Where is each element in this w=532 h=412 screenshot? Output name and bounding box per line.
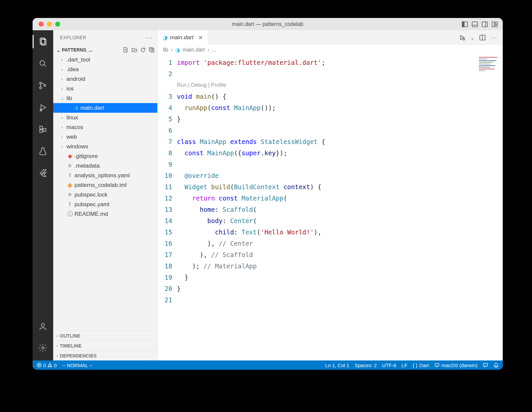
sidebar-title: EXPLORER [60, 35, 86, 40]
chevron-icon: › [60, 134, 65, 139]
svg-point-13 [40, 82, 42, 84]
language-mode[interactable]: { }Dart [413, 362, 429, 368]
error-icon [37, 362, 42, 368]
folder-linux[interactable]: ›linux [53, 113, 157, 122]
settings-gear-icon[interactable] [33, 340, 53, 356]
eol[interactable]: LF [402, 362, 408, 368]
dart-icon: ◑ [162, 34, 167, 41]
tree-label: patterns_codelab.iml [74, 182, 127, 189]
minimap[interactable] [479, 57, 499, 75]
status-bar: 0 0 -- NORMAL -- Ln 1, Col 1 Spaces: 2 U… [33, 360, 503, 370]
encoding[interactable]: UTF-8 [382, 362, 396, 368]
run-debug-view-icon[interactable] [33, 99, 53, 115]
bell-icon[interactable] [493, 362, 499, 368]
testing-view-icon[interactable] [33, 143, 53, 159]
code-content[interactable]: import 'package:flutter/material.dart'; … [177, 55, 503, 360]
indentation[interactable]: Spaces: 2 [354, 362, 377, 368]
explorer-view-icon[interactable] [33, 34, 53, 50]
chevron-icon: › [60, 115, 65, 120]
folder--idea[interactable]: ›.idea [53, 65, 157, 74]
folder-header[interactable]: ⌄ PATTERNS_... [53, 45, 157, 55]
line-gutter: 12 3456789101112131415161718192021 [158, 55, 177, 360]
activity-bar [33, 30, 53, 360]
yaml-icon: ! [66, 201, 73, 208]
tree-label: README.md [74, 211, 108, 217]
tree-label: main.dart [80, 105, 104, 111]
svg-point-22 [41, 324, 44, 327]
folder-macos[interactable]: ›macos [53, 122, 157, 132]
refresh-icon[interactable] [140, 47, 146, 53]
tab-main-dart[interactable]: ◑ main.dart ✕ [158, 30, 207, 45]
svg-marker-26 [461, 36, 464, 40]
git-icon: ◆ [66, 153, 73, 160]
folder-android[interactable]: ›android [53, 74, 157, 84]
explorer-more-icon[interactable]: ··· [146, 34, 153, 41]
flutter-view-icon[interactable] [33, 165, 53, 181]
file-icon: ≡ [66, 192, 73, 198]
run-config-chevron-icon[interactable]: ⌄ [470, 35, 474, 41]
folder-web[interactable]: ›web [53, 132, 157, 142]
search-view-icon[interactable] [33, 56, 53, 71]
code-editor[interactable]: 12 3456789101112131415161718192021 impor… [158, 55, 503, 360]
tree-label: linux [66, 114, 78, 121]
tree-label: .metadata [74, 163, 100, 169]
close-tab-icon[interactable]: ✕ [198, 34, 203, 41]
chevron-icon: ⌄ [60, 96, 65, 101]
device-selector[interactable]: macOS (darwin) [434, 362, 477, 368]
accounts-icon[interactable] [33, 319, 53, 335]
tree-label: windows [66, 143, 88, 150]
folder--dart_tool[interactable]: ›.dart_tool [53, 55, 157, 65]
timeline-panel[interactable]: ›TIMELINE [53, 341, 157, 350]
vim-mode: -- NORMAL -- [62, 362, 93, 368]
extensions-view-icon[interactable] [33, 121, 53, 137]
warning-icon [47, 362, 53, 368]
file-patterns_codelab-iml[interactable]: ◉patterns_codelab.iml [53, 180, 157, 190]
file-main-dart[interactable]: ◑main.dart [53, 103, 157, 113]
file-pubspec-lock[interactable]: ≡pubspec.lock [53, 190, 157, 200]
editor-more-icon[interactable]: ··· [490, 34, 497, 41]
chevron-icon: › [60, 86, 65, 91]
vscode-window: main.dart — patterns_codelab [33, 18, 503, 370]
svg-point-15 [44, 84, 46, 86]
collapse-all-icon[interactable] [149, 47, 155, 53]
file-analysis_options-yaml[interactable]: !analysis_options.yaml [53, 171, 157, 180]
svg-rect-18 [40, 126, 43, 129]
new-file-icon[interactable] [123, 47, 129, 53]
file--gitignore[interactable]: ◆.gitignore [53, 151, 157, 161]
folder-lib[interactable]: ⌄lib [53, 93, 157, 103]
dart-icon: ◑ [72, 104, 79, 111]
run-button-icon[interactable] [459, 34, 466, 41]
svg-point-14 [40, 87, 42, 89]
tree-label: analysis_options.yaml [74, 172, 130, 179]
editor-group: ◑ main.dart ✕ ⌄ ··· lib› ◑ main.dart› ..… [158, 30, 503, 360]
tree-label: macos [66, 124, 83, 131]
cursor-position[interactable]: Ln 1, Col 1 [325, 362, 349, 368]
folder-ios[interactable]: ›ios [53, 84, 157, 93]
folder-name: PATTERNS_... [62, 47, 93, 53]
svg-point-34 [50, 366, 50, 366]
window-title: main.dart — patterns_codelab [33, 21, 503, 27]
file--metadata[interactable]: ≡.metadata [53, 161, 157, 171]
feedback-icon[interactable] [483, 362, 488, 368]
file-tree: ›.dart_tool›.idea›android›ios⌄lib◑main.d… [53, 55, 157, 331]
tree-label: web [66, 134, 77, 140]
chevron-icon: › [60, 57, 65, 62]
folder-windows[interactable]: ›windows [53, 142, 157, 151]
chevron-icon: › [60, 76, 65, 81]
chevron-icon: › [60, 144, 65, 149]
file-README-md[interactable]: ⓘREADME.md [53, 209, 157, 219]
scm-view-icon[interactable] [33, 77, 53, 93]
outline-panel[interactable]: ›OUTLINE [53, 331, 157, 341]
split-editor-icon[interactable] [479, 34, 486, 41]
info-icon: ⓘ [66, 210, 73, 218]
titlebar: main.dart — patterns_codelab [33, 18, 503, 30]
file-pubspec-yaml[interactable]: !pubspec.yaml [53, 200, 157, 209]
svg-rect-20 [43, 129, 46, 131]
new-folder-icon[interactable] [131, 47, 137, 53]
tab-label: main.dart [170, 34, 194, 41]
breadcrumbs[interactable]: lib› ◑ main.dart› ... [158, 45, 503, 55]
dependencies-panel[interactable]: ›DEPENDENCIES [53, 350, 157, 360]
problems-status[interactable]: 0 0 [37, 362, 57, 368]
svg-point-11 [40, 61, 45, 65]
tree-label: android [66, 76, 85, 82]
